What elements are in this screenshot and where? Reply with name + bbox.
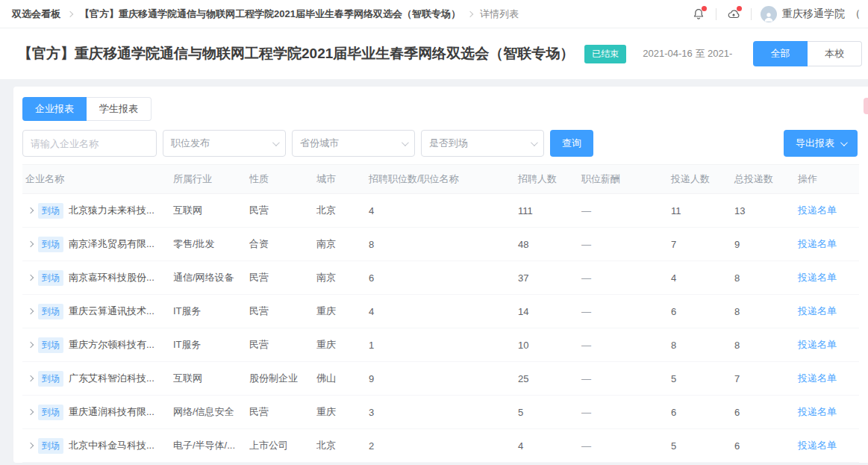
positions-cell: 2 (366, 440, 515, 452)
expand-chevron-icon[interactable] (28, 275, 34, 281)
breadcrumb-dashboard[interactable]: 双选会看板 (12, 7, 60, 21)
nature-cell: 民营 (246, 204, 313, 217)
company-cell: 到场 北京中科金马科技... (22, 438, 170, 454)
col-recruits: 招聘人数 (515, 172, 578, 186)
chevron-down-icon (531, 139, 538, 146)
company-name[interactable]: 北京猿力未来科技... (69, 204, 154, 217)
recruits-cell: 5 (515, 407, 578, 418)
delivery-list-link[interactable]: 投递名单 (798, 339, 837, 350)
positions-cell: 3 (366, 407, 515, 418)
city-cell: 重庆 (313, 405, 366, 419)
company-cell: 到场 重庆通润科技有限... (22, 405, 170, 420)
export-label: 导出报表 (796, 137, 834, 150)
expand-chevron-icon[interactable] (28, 443, 34, 449)
table-row: 到场 南京嘉环科技股份... 通信/网络设备 民营 南京 6 37 — 4 8 … (22, 261, 859, 295)
attended-badge: 到场 (38, 405, 63, 420)
salary-cell: — (578, 306, 668, 317)
edge-floating-widget[interactable] (864, 98, 868, 114)
city-cell: 北京 (313, 439, 366, 452)
recruits-cell: 14 (515, 306, 578, 317)
status-badge: 已结束 (584, 45, 626, 63)
breadcrumb-detail-list: 详情列表 (480, 7, 519, 21)
delivered-cell: 6 (668, 306, 731, 317)
company-name[interactable]: 北京中科金马科技... (69, 439, 154, 452)
company-name[interactable]: 南京嘉环科技股份... (69, 271, 154, 284)
industry-cell: IT服务 (170, 305, 246, 318)
city-cell: 南京 (313, 237, 366, 251)
scope-all-button[interactable]: 全部 (753, 41, 808, 66)
expand-chevron-icon[interactable] (28, 342, 34, 348)
table-row: 到场 广东艾科智泊科技... 互联网 股份制企业 佛山 9 25 — 5 7 投… (22, 362, 859, 396)
company-cell: 到场 重庆方尔顿科技有... (22, 337, 170, 353)
industry-cell: 电子/半导体/... (170, 439, 246, 452)
position-published-select[interactable]: 职位发布 (163, 130, 286, 157)
tab-company-report[interactable]: 企业报表 (22, 97, 87, 121)
expand-chevron-icon[interactable] (28, 375, 34, 381)
nature-cell: 合资 (246, 237, 313, 251)
expand-chevron-icon[interactable] (28, 241, 34, 247)
total-cell: 6 (731, 407, 795, 418)
salary-cell: — (578, 440, 668, 452)
company-name[interactable]: 广东艾科智泊科技... (69, 372, 154, 385)
table-row: 到场 重庆方尔顿科技有... IT服务 民营 重庆 1 10 — 8 8 投递名… (22, 328, 859, 362)
scope-toggle: 全部 本校 (753, 41, 862, 66)
industry-cell: 零售/批发 (170, 237, 246, 251)
col-total: 总投递数 (731, 172, 795, 186)
industry-cell: 互联网 (170, 372, 246, 385)
col-positions: 招聘职位数/职位名称 (366, 172, 515, 186)
delivery-list-link[interactable]: 投递名单 (798, 440, 837, 451)
delivered-cell: 7 (668, 239, 731, 250)
total-cell: 8 (731, 340, 795, 351)
delivery-list-link[interactable]: 投递名单 (798, 406, 837, 417)
recruits-cell: 111 (515, 205, 578, 216)
table-row: 到场 南京泽兆贸易有限... 零售/批发 合资 南京 8 48 — 7 9 投递… (22, 228, 859, 261)
company-name[interactable]: 重庆云算通讯技术... (69, 305, 154, 318)
user-name: 重庆移通学院 (782, 7, 845, 21)
expand-chevron-icon[interactable] (28, 308, 34, 314)
recruits-cell: 25 (515, 373, 578, 384)
delivery-list-link[interactable]: 投递名单 (798, 272, 837, 283)
select-value: 职位发布 (171, 137, 210, 150)
expand-chevron-icon[interactable] (28, 207, 34, 213)
delivery-list-link[interactable]: 投递名单 (798, 372, 837, 384)
tab-student-report[interactable]: 学生报表 (87, 97, 152, 121)
industry-cell: IT服务 (170, 338, 246, 352)
positions-cell: 4 (366, 205, 515, 216)
total-cell: 13 (731, 205, 795, 216)
avatar (761, 6, 777, 22)
bell-icon[interactable] (690, 6, 707, 22)
company-name[interactable]: 重庆通润科技有限... (69, 405, 154, 419)
select-value: 省份城市 (300, 137, 339, 150)
attended-badge: 到场 (38, 270, 63, 286)
company-name[interactable]: 重庆方尔顿科技有... (69, 338, 154, 352)
page-header: 【官方】重庆移通学院通信与物联网工程学院2021届毕业生春季网络双选会（智联专场… (0, 28, 868, 79)
attended-select[interactable]: 是否到场 (421, 130, 544, 157)
delivery-list-link[interactable]: 投递名单 (798, 238, 837, 249)
company-name[interactable]: 南京泽兆贸易有限... (69, 237, 154, 251)
province-city-select[interactable]: 省份城市 (292, 130, 415, 157)
search-button[interactable]: 查询 (550, 130, 593, 157)
total-cell: 9 (731, 239, 795, 250)
company-cell: 到场 广东艾科智泊科技... (22, 371, 170, 387)
expand-chevron-icon[interactable] (28, 409, 34, 415)
scope-school-button[interactable]: 本校 (808, 41, 862, 66)
col-salary: 职位薪酬 (578, 172, 668, 186)
col-company: 企业名称 (22, 172, 170, 186)
company-cell: 到场 南京泽兆贸易有限... (22, 237, 170, 252)
nature-cell: 股份制企业 (246, 372, 313, 385)
city-cell: 佛山 (313, 372, 366, 385)
company-name-input[interactable] (22, 130, 157, 157)
attended-badge: 到场 (38, 438, 63, 454)
total-cell: 6 (731, 440, 795, 452)
breadcrumb-fair-title[interactable]: 【官方】重庆移通学院通信与物联网工程学院2021届毕业生春季网络双选会（智联专场… (80, 7, 460, 21)
cloud-sync-icon[interactable] (725, 6, 742, 22)
delivery-list-link[interactable]: 投递名单 (798, 205, 837, 216)
salary-cell: — (578, 239, 668, 250)
delivery-list-link[interactable]: 投递名单 (798, 305, 837, 316)
user-menu[interactable]: 重庆移通学院 （ (761, 6, 861, 22)
report-tabs: 企业报表 学生报表 (22, 97, 152, 121)
col-industry: 所属行业 (170, 172, 246, 186)
delivered-cell: 5 (668, 373, 731, 384)
recruits-cell: 48 (515, 239, 578, 250)
export-report-button[interactable]: 导出报表 (784, 130, 858, 157)
